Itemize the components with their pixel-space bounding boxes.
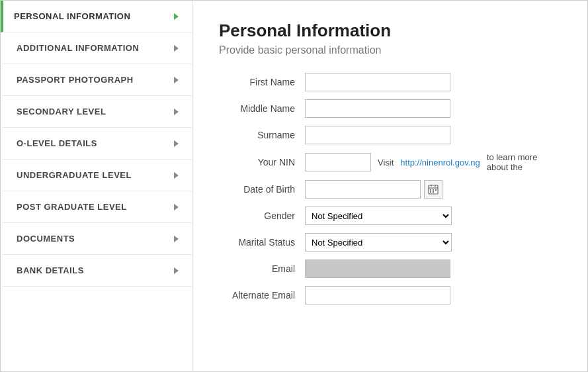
app-container: PERSONAL INFORMATION ADDITIONAL INFORMAT…	[0, 0, 588, 372]
sidebar-item-undergraduate-level[interactable]: UNDERGRADUATE LEVEL	[1, 160, 192, 191]
sidebar-item-label: PASSPORT PHOTOGRAPH	[17, 75, 134, 85]
nin-visit-text: Visit	[378, 158, 394, 167]
surname-row: Surname	[219, 126, 561, 144]
marital-status-label: Marital Status	[219, 237, 305, 248]
nin-label: Your NIN	[219, 157, 305, 167]
sidebar-item-personal-information[interactable]: PERSONAL INFORMATION	[1, 1, 192, 32]
first-name-label: First Name	[219, 77, 305, 87]
chevron-right-icon	[174, 236, 179, 242]
sidebar-item-label: POST GRADUATE LEVEL	[17, 202, 127, 212]
email-label: Email	[219, 263, 305, 274]
sidebar-item-label: ADDITIONAL INFORMATION	[17, 43, 139, 53]
gender-row: Gender Not Specified Male Female	[219, 207, 561, 225]
middle-name-row: Middle Name	[219, 99, 561, 118]
nin-row: Your NIN Visit http://ninenrol.gov.ng to…	[219, 152, 561, 172]
svg-rect-7	[430, 191, 431, 193]
surname-input[interactable]	[305, 126, 450, 144]
chevron-right-icon	[174, 204, 179, 210]
alternate-email-label: Alternate Email	[219, 290, 305, 301]
surname-label: Surname	[219, 130, 305, 140]
chevron-right-icon	[174, 109, 179, 115]
svg-rect-4	[430, 189, 431, 191]
sidebar-item-label: BANK DETAILS	[17, 265, 84, 275]
sidebar-item-bank-details[interactable]: BANK DETAILS	[1, 255, 192, 287]
sidebar-item-label: UNDERGRADUATE LEVEL	[17, 170, 132, 180]
sidebar-item-label: O-LEVEL DETAILS	[17, 138, 97, 148]
sidebar-item-post-graduate-level[interactable]: POST GRADUATE LEVEL	[1, 191, 192, 223]
sidebar-item-label: SECONDARY LEVEL	[17, 107, 106, 116]
marital-status-select[interactable]: Not Specified Single Married Divorced Wi…	[305, 233, 452, 252]
sidebar-item-label: PERSONAL INFORMATION	[14, 11, 130, 21]
dob-input[interactable]	[305, 180, 421, 199]
nin-input[interactable]	[305, 153, 371, 171]
sidebar-item-label: DOCUMENTS	[17, 234, 75, 244]
first-name-row: First Name	[219, 73, 561, 91]
page-subtitle: Provide basic personal information	[219, 44, 561, 56]
email-row: Email	[219, 259, 561, 278]
middle-name-label: Middle Name	[219, 103, 305, 114]
svg-rect-8	[433, 191, 434, 193]
sidebar-item-o-level-details[interactable]: O-LEVEL DETAILS	[1, 128, 192, 160]
page-title: Personal Information	[219, 21, 561, 41]
main-content: Personal Information Provide basic perso…	[192, 1, 587, 371]
gender-select[interactable]: Not Specified Male Female	[305, 207, 452, 225]
chevron-right-icon	[174, 140, 179, 147]
dob-row: Date of Birth	[219, 180, 561, 199]
alternate-email-row: Alternate Email	[219, 286, 561, 304]
gender-label: Gender	[219, 210, 305, 221]
sidebar: PERSONAL INFORMATION ADDITIONAL INFORMAT…	[1, 1, 192, 371]
chevron-right-icon	[174, 13, 179, 20]
sidebar-item-additional-information[interactable]: ADDITIONAL INFORMATION	[1, 32, 192, 64]
svg-rect-5	[433, 189, 434, 191]
chevron-right-icon	[174, 267, 179, 274]
calendar-icon[interactable]	[424, 180, 442, 199]
chevron-right-icon	[174, 45, 179, 52]
first-name-input[interactable]	[305, 73, 450, 91]
dob-label: Date of Birth	[219, 184, 305, 195]
nin-suffix-text: to learn more about the	[487, 152, 561, 172]
marital-status-row: Marital Status Not Specified Single Marr…	[219, 233, 561, 252]
nin-link[interactable]: http://ninenrol.gov.ng	[400, 158, 480, 167]
alternate-email-input[interactable]	[305, 286, 450, 304]
dob-field-group	[305, 180, 442, 199]
middle-name-input[interactable]	[305, 99, 450, 118]
sidebar-item-secondary-level[interactable]: SECONDARY LEVEL	[1, 96, 192, 128]
chevron-right-icon	[174, 172, 179, 179]
email-input[interactable]	[305, 259, 450, 278]
sidebar-item-documents[interactable]: DOCUMENTS	[1, 223, 192, 255]
svg-rect-6	[435, 189, 437, 191]
nin-field-group: Visit http://ninenrol.gov.ng to learn mo…	[305, 152, 561, 172]
chevron-right-icon	[174, 77, 179, 83]
sidebar-item-passport-photograph[interactable]: PASSPORT PHOTOGRAPH	[1, 64, 192, 96]
